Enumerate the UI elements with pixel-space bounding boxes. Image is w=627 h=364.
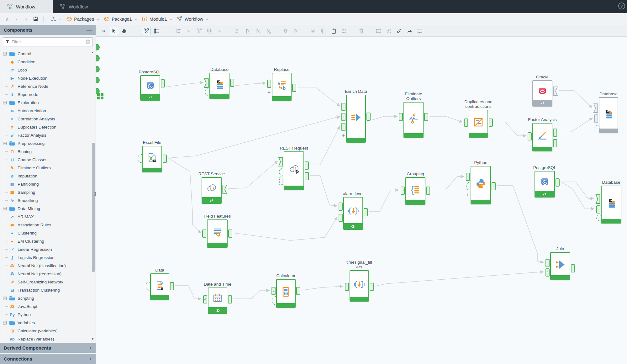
input-port-rect[interactable] <box>267 80 271 88</box>
sidebar-item-neural-net-classification[interactable]: ⁂Neural Net (classification) <box>5 261 96 270</box>
breadcrumb-package1[interactable]: Package1⌄ <box>104 16 137 22</box>
up-arrow-icon[interactable]: ∧ <box>3 16 11 22</box>
add-link-button[interactable] <box>385 27 393 35</box>
output-port-rect[interactable] <box>492 182 496 190</box>
input-port-bracketin[interactable] <box>595 194 600 204</box>
input-port-rect[interactable] <box>339 214 343 222</box>
paste-button[interactable] <box>329 27 338 35</box>
cut-button[interactable] <box>309 27 317 35</box>
breadcrumb-packages[interactable]: Packages⌄ <box>66 16 99 22</box>
frame-select-button[interactable] <box>416 27 424 35</box>
output-port-rect[interactable] <box>571 264 575 272</box>
align-options-button[interactable] <box>185 27 193 35</box>
sidebar-item-duplicates-detection[interactable]: ≠Duplicates Detection <box>5 123 96 131</box>
breadcrumb-module1[interactable]: fModule1⌄ <box>142 16 172 22</box>
sidebar-item-replace-variables[interactable]: abReplace (variables) <box>5 335 96 343</box>
input-port-bracketin[interactable] <box>593 103 598 113</box>
node-calculator[interactable]: Calculator <box>276 279 296 308</box>
expand-icon[interactable]: + <box>89 345 92 351</box>
input-port-rect[interactable] <box>341 123 345 131</box>
node-factor-analysis[interactable]: Factor Analysis <box>532 123 552 151</box>
sidebar-folder-scripting[interactable]: −Scripting <box>3 294 96 302</box>
sidebar-item-association-rules[interactable]: ⇄Association Rules <box>5 221 96 229</box>
sidebar-folder-exploration[interactable]: −Exploration <box>3 98 96 107</box>
input-port-rect[interactable] <box>339 203 343 211</box>
breadcrumb-workflow[interactable]: Workflow⌄ <box>177 16 209 22</box>
reference-button[interactable] <box>405 27 414 35</box>
output-port-bracketout[interactable] <box>222 185 227 194</box>
pan-tool-button[interactable] <box>120 27 129 35</box>
input-port-dasharc[interactable] <box>138 154 142 163</box>
node-settings-button[interactable] <box>281 27 290 35</box>
node-enrich-data[interactable]: Enrich Data+ <box>346 95 366 143</box>
add-port-icon[interactable]: + <box>267 90 271 95</box>
scroll-up-icon[interactable]: ▲ <box>91 51 94 54</box>
output-port-rect[interactable] <box>163 155 167 163</box>
output-port-rect[interactable] <box>228 295 232 303</box>
input-port-rect[interactable] <box>341 103 345 111</box>
sidebar-item-condition[interactable]: ◆Condition <box>5 58 96 66</box>
input-port-rect[interactable] <box>594 114 598 123</box>
auto-layout-button[interactable] <box>195 27 203 35</box>
filter-input[interactable] <box>12 40 84 44</box>
copy-button[interactable] <box>319 27 328 35</box>
sidebar-item-partitioning[interactable]: ▥Partitioning <box>5 180 96 188</box>
sidebar-item-em-clustering[interactable]: ●EM Clustering <box>5 237 96 245</box>
input-port-rect[interactable] <box>464 119 468 127</box>
node-postgresql-2[interactable]: PostgreSQL <box>535 171 555 198</box>
input-port-rect[interactable] <box>528 132 532 140</box>
collapse-icon[interactable]: − <box>3 297 7 300</box>
tab-workflow-active[interactable]: Workflow <box>0 0 53 13</box>
back-arrow-icon[interactable]: ‹ <box>13 16 21 22</box>
input-port-rect[interactable] <box>399 113 403 121</box>
input-port-dasharc[interactable] <box>279 167 284 177</box>
output-port-rect[interactable] <box>553 139 557 147</box>
tree-scrollbar[interactable] <box>92 143 95 272</box>
input-port-dasharc[interactable] <box>466 182 471 191</box>
output-port-rect[interactable] <box>364 208 368 216</box>
output-port-rect[interactable] <box>161 79 165 87</box>
breadcrumb-root[interactable]: ⌄ <box>50 16 62 22</box>
renumber-nodes-button[interactable]: 123 <box>233 27 241 35</box>
input-port-bracketin[interactable] <box>204 78 209 88</box>
input-port-rectdot[interactable] <box>401 187 405 195</box>
sidebar-item-autocorrelation[interactable]: ∞Autocorrelation <box>5 107 96 115</box>
input-port-dashrect[interactable] <box>279 177 283 185</box>
node-python[interactable]: Python+ <box>471 166 491 204</box>
input-port-rect[interactable] <box>341 113 345 121</box>
sidebar-item-correlation-analysis[interactable]: ×Correlation Analysis <box>5 115 96 123</box>
sidebar-item-neural-net-regression[interactable]: ⁂Neural Net (regression) <box>5 270 96 278</box>
components-panel-header[interactable]: Components — <box>0 25 96 35</box>
output-port-rect[interactable] <box>556 178 560 187</box>
sidebar-item-linear-regression[interactable]: ⋰Linear Regression <box>5 245 96 253</box>
run-all-button[interactable] <box>243 27 252 35</box>
node-database-3[interactable]: Database <box>601 186 621 224</box>
collapse-icon[interactable]: − <box>3 142 7 145</box>
sidebar-item-loop[interactable]: ⟳Loop <box>5 66 96 74</box>
collapse-panel-button[interactable]: « <box>99 27 108 35</box>
node-timesignal-filters[interactable]: timesignal_filters <box>350 270 369 302</box>
collapse-icon[interactable]: − <box>3 101 7 104</box>
list-view-button[interactable] <box>152 27 161 35</box>
collapse-icon[interactable]: − <box>3 52 7 55</box>
copy-layout-options-button[interactable] <box>216 27 224 35</box>
tab-workflow-inactive[interactable]: Workflow <box>53 0 133 13</box>
collapse-icon[interactable]: − <box>3 207 7 210</box>
input-port-rect[interactable] <box>202 229 206 238</box>
node-date-and-time[interactable]: Date and Time <box>208 288 227 314</box>
sidebar-item-factor-analysis[interactable]: ↙Factor Analysis <box>5 131 96 139</box>
sidebar-item-imputation[interactable]: ⌀Imputation <box>5 172 96 180</box>
node-eliminate-outliers[interactable]: EliminateOutliers <box>403 102 424 138</box>
delete-button[interactable] <box>357 27 366 35</box>
sidebar-folder-variables[interactable]: −Variables <box>3 319 96 327</box>
add-port-icon[interactable]: + <box>466 192 469 198</box>
node-grouping[interactable]: Grouping{ <box>405 177 425 205</box>
output-port-rect[interactable] <box>553 129 557 137</box>
node-join[interactable]: Join <box>550 252 570 280</box>
sidebar-item-node-execution[interactable]: ▶Node Execution <box>5 74 96 82</box>
output-port-bracketout[interactable] <box>553 87 558 96</box>
connections-header[interactable]: Connections + <box>0 354 96 364</box>
node-excel-file[interactable]: Excel FileX <box>142 146 162 172</box>
output-port-rect[interactable] <box>292 84 296 92</box>
node-postgresql-1[interactable]: PostgreSQL <box>140 75 160 101</box>
